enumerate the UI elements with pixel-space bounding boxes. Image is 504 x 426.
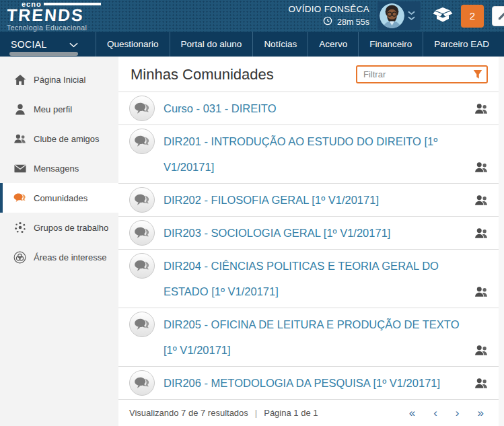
results-status: Visualizando 7 de 7 resultados xyxy=(129,408,248,418)
community-bubble-icon xyxy=(129,220,155,246)
community-link[interactable]: DIR203 - SOCIOLOGIA GERAL [1º V1/20171] xyxy=(164,220,390,246)
list-footer: Visualizando 7 de 7 resultados | Página … xyxy=(118,399,499,426)
community-bubble-icon xyxy=(129,312,155,337)
comments-icon xyxy=(13,192,26,204)
community-row: DIR206 - METODOLOGIA DA PESQUISA [1º V1/… xyxy=(118,366,499,399)
sidebar-item-label: Comunidades xyxy=(34,193,87,203)
logo-subtitle: Tecnologia Educacional xyxy=(7,24,101,32)
edit-pencil-button[interactable] xyxy=(492,6,504,26)
user-icon xyxy=(13,104,26,115)
community-bubble-icon xyxy=(129,370,155,396)
nav-item[interactable]: Parceiro EAD xyxy=(423,32,500,57)
community-link[interactable]: Curso - 031 - DIREITO xyxy=(164,96,277,121)
user-name: OVÍDIO FONSÊCA xyxy=(289,4,369,14)
community-link[interactable]: DIR206 - METODOLOGIA DA PESQUISA [1º V1/… xyxy=(164,370,440,396)
community-bubble-icon xyxy=(129,253,155,279)
page-title: Minhas Comunidades xyxy=(131,66,274,83)
clock-icon xyxy=(323,16,332,28)
sidebar-item-label: Grupos de trabalho xyxy=(34,223,108,233)
community-row: DIR201 - INTRODUÇÃO AO ESTUDO DO DIREITO… xyxy=(118,125,499,183)
next-page-button[interactable]: › xyxy=(456,407,460,419)
nav-items: Questionario Portal do aluno Notícias Ac… xyxy=(96,32,500,57)
sidebar-item-label: Mensagens xyxy=(34,164,79,174)
sidebar-item-areas-de-interesse[interactable]: Áreas de interesse xyxy=(0,242,118,272)
logo-main-text: TRENDS xyxy=(6,7,102,24)
session-timer: 28m 55s xyxy=(337,17,369,27)
envelope-icon xyxy=(13,164,26,173)
sidebar-item-label: Clube de amigos xyxy=(34,134,100,144)
community-row: DIR202 - FILOSOFIA GERAL [1º V1/20171] xyxy=(118,183,499,216)
chevron-double-down-icon[interactable] xyxy=(408,11,415,21)
sidebar-item-pagina-inicial[interactable]: Página Inicial xyxy=(0,65,118,94)
nav-scrollbar-thumb[interactable] xyxy=(9,52,78,56)
community-row: DIR204 - CIÊNCIAS POLITICAS E TEORIA GER… xyxy=(118,249,499,308)
filter-funnel-icon[interactable] xyxy=(473,69,482,82)
members-icon[interactable] xyxy=(474,345,489,359)
footer-divider: | xyxy=(255,408,257,418)
sidebar-item-label: Página Inicial xyxy=(34,75,85,85)
first-page-button[interactable]: « xyxy=(409,407,415,419)
page-body: Página Inicial Meu perfil Clube de amigo… xyxy=(0,57,504,426)
community-bubble-icon xyxy=(129,129,155,154)
notifications-badge[interactable]: 2 xyxy=(461,5,484,28)
filter-box xyxy=(356,65,488,83)
filter-input[interactable] xyxy=(356,65,488,83)
community-row: DIR203 - SOCIOLOGIA GERAL [1º V1/20171] xyxy=(118,216,499,249)
nav-item[interactable]: Questionario xyxy=(96,32,170,57)
user-menu[interactable] xyxy=(377,1,421,30)
members-icon[interactable] xyxy=(474,162,489,176)
community-link[interactable]: DIR202 - FILOSOFIA GERAL [1º V1/20171] xyxy=(164,187,379,213)
main-navbar: SOCIAL Questionario Portal do aluno Notí… xyxy=(0,32,504,57)
app-logo[interactable]: ecno TRENDS Tecnologia Educacional xyxy=(7,1,101,32)
nav-item[interactable]: Acervo xyxy=(308,32,358,57)
members-icon[interactable] xyxy=(474,378,489,392)
interest-icon xyxy=(13,251,26,264)
users-icon xyxy=(13,133,26,144)
sidebar-item-label: Áreas de interesse xyxy=(34,252,106,262)
sidebar-item-meu-perfil[interactable]: Meu perfil xyxy=(0,94,118,124)
community-bubble-icon xyxy=(129,187,155,213)
home-icon xyxy=(13,74,26,85)
sidebar-item-comunidades[interactable]: Comunidades xyxy=(0,183,118,213)
sidebar-item-grupos-de-trabalho[interactable]: Grupos de trabalho xyxy=(0,213,118,242)
nav-item[interactable]: Portal do aluno xyxy=(170,32,253,57)
open-box-icon[interactable] xyxy=(433,7,453,26)
avatar[interactable] xyxy=(380,3,404,28)
prev-page-button[interactable]: ‹ xyxy=(433,407,437,419)
community-link[interactable]: DIR201 - INTRODUÇÃO AO ESTUDO DO DIREITO… xyxy=(164,129,469,180)
community-row: DIR205 - OFICINA DE LEITURA E PRODUÇÃO D… xyxy=(118,308,499,366)
user-area: OVÍDIO FONSÊCA 28m 55s xyxy=(289,0,504,32)
community-row: Curso - 031 - DIREITO xyxy=(118,92,499,125)
sidebar: Página Inicial Meu perfil Clube de amigo… xyxy=(0,57,118,426)
main-content: Minhas Comunidades Curso - 031 - DIREITO xyxy=(118,57,499,426)
nav-item[interactable]: Notícias xyxy=(252,32,308,57)
sidebar-item-mensagens[interactable]: Mensagens xyxy=(0,153,118,183)
community-link[interactable]: DIR204 - CIÊNCIAS POLITICAS E TEORIA GER… xyxy=(164,253,469,304)
community-bubble-icon xyxy=(129,96,155,121)
app-header: ecno TRENDS Tecnologia Educacional OVÍDI… xyxy=(0,0,504,32)
sidebar-item-label: Meu perfil xyxy=(34,104,72,114)
nav-item[interactable]: Financeiro xyxy=(358,32,423,57)
last-page-button[interactable]: » xyxy=(478,407,484,419)
members-icon[interactable] xyxy=(474,103,489,117)
community-link[interactable]: DIR205 - OFICINA DE LEITURA E PRODUÇÃO D… xyxy=(164,312,469,363)
network-icon xyxy=(13,221,26,234)
pagination: « ‹ › » xyxy=(409,407,488,419)
members-icon[interactable] xyxy=(474,227,489,242)
sidebar-item-clube-de-amigos[interactable]: Clube de amigos xyxy=(0,124,118,153)
user-meta: OVÍDIO FONSÊCA 28m 55s xyxy=(289,4,369,28)
community-list: Curso - 031 - DIREITO DIR201 - INTRODUÇÃ… xyxy=(118,92,499,399)
members-icon[interactable] xyxy=(474,194,489,209)
chevron-down-icon xyxy=(69,39,78,50)
page-status: Página 1 de 1 xyxy=(264,408,318,418)
module-label: SOCIAL xyxy=(11,39,47,50)
members-icon[interactable] xyxy=(474,286,489,300)
